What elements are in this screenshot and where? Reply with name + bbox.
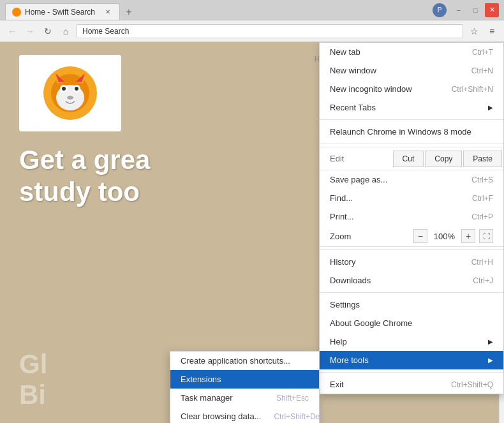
zoom-row: Zoom − 100% + ⛶	[320, 226, 503, 247]
menu-item-history[interactable]: History Ctrl+H	[320, 253, 503, 271]
page-heading: Get a grea study too	[19, 144, 313, 209]
profile-initial: P	[438, 6, 442, 13]
reload-button[interactable]: ↻	[41, 24, 55, 38]
more-tools-submenu: Create application shortcuts... Extensio…	[170, 351, 320, 423]
cut-button[interactable]: Cut	[393, 151, 424, 167]
menu-separator-1	[320, 119, 503, 120]
menu-item-find[interactable]: Find... Ctrl+F	[320, 189, 503, 207]
svg-point-11	[62, 87, 66, 91]
paste-button[interactable]: Paste	[463, 151, 502, 167]
menu-separator-2	[320, 144, 503, 144]
fullscreen-button[interactable]: ⛶	[479, 229, 493, 243]
menu-item-recent-tabs[interactable]: Recent Tabs ▶	[320, 98, 503, 117]
svg-point-13	[67, 96, 73, 100]
chrome-menu: New tab Ctrl+T New window Ctrl+N New inc…	[319, 42, 504, 394]
home-button[interactable]: ⌂	[59, 24, 73, 38]
menu-item-downloads[interactable]: Downloads Ctrl+J	[320, 271, 503, 290]
menu-item-new-window[interactable]: New window Ctrl+N	[320, 61, 503, 80]
menu-item-save-page[interactable]: Save page as... Ctrl+S	[320, 170, 503, 189]
submenu-item-extensions[interactable]: Extensions	[170, 370, 319, 389]
back-button[interactable]: ←	[5, 24, 19, 38]
forward-button[interactable]: →	[23, 24, 37, 38]
heading-line1: Get a grea	[19, 144, 313, 176]
zoom-in-button[interactable]: +	[461, 229, 475, 243]
bottom-text-line1: Gl	[19, 349, 47, 380]
submenu-item-clear-browsing[interactable]: Clear browsing data... Ctrl+Shift+Del	[170, 407, 319, 423]
profile-icon[interactable]: P	[433, 3, 447, 17]
menu-item-relaunch[interactable]: Relaunch Chrome in Windows 8 mode	[320, 122, 503, 141]
menu-item-new-incognito[interactable]: New incognito window Ctrl+Shift+N	[320, 80, 503, 98]
new-tab-button[interactable]: +	[121, 4, 137, 20]
submenu-item-create-shortcuts[interactable]: Create application shortcuts...	[170, 352, 319, 370]
url-bar[interactable]: Home Search	[77, 24, 463, 38]
bookmark-button[interactable]: ☆	[467, 24, 481, 38]
logo-box	[19, 55, 121, 131]
left-panel: Get a grea study too	[19, 55, 313, 209]
tab-title: Home - Swift Search	[25, 8, 100, 17]
close-button[interactable]: ✕	[485, 3, 499, 17]
title-bar: Home - Swift Search ✕ + P − □ ✕	[0, 0, 504, 20]
menu-item-settings[interactable]: Settings	[320, 295, 503, 314]
menu-item-new-tab[interactable]: New tab Ctrl+T	[320, 43, 503, 61]
menu-separator-3	[320, 249, 503, 250]
menu-item-help[interactable]: Help ▶	[320, 332, 503, 351]
active-tab[interactable]: Home - Swift Search ✕	[5, 3, 120, 20]
menu-item-more-tools[interactable]: More tools ▶ Create application shortcut…	[320, 351, 503, 369]
minimize-button[interactable]: −	[452, 3, 466, 17]
menu-item-print[interactable]: Print... Ctrl+P	[320, 207, 503, 226]
address-bar: ← → ↻ ⌂ Home Search ☆ ≡	[0, 20, 504, 42]
menu-separator-4	[320, 292, 503, 293]
menu-item-about[interactable]: About Google Chrome	[320, 314, 503, 332]
chrome-menu-button[interactable]: ≡	[485, 24, 499, 38]
zoom-out-button[interactable]: −	[413, 229, 427, 243]
page-content: Get a grea study too HOME/DO... Gl Bi Ne…	[0, 42, 504, 423]
window-controls: − □ ✕	[452, 3, 499, 17]
copy-button[interactable]: Copy	[425, 151, 462, 167]
edit-row: Edit Cut Copy Paste	[320, 147, 503, 170]
svg-point-12	[75, 87, 78, 91]
heading-line2: study too	[19, 176, 313, 208]
menu-separator-5	[320, 372, 503, 373]
bottom-text-line2: Bi	[19, 380, 47, 410]
bottom-text: Gl Bi	[19, 349, 47, 410]
fox-logo	[41, 64, 99, 122]
submenu-item-task-manager[interactable]: Task manager Shift+Esc	[170, 389, 319, 407]
tab-close-button[interactable]: ✕	[103, 7, 113, 17]
maximize-button[interactable]: □	[468, 3, 482, 17]
tab-favicon	[12, 8, 21, 17]
url-text: Home Search	[82, 27, 129, 36]
tab-area: Home - Swift Search ✕ +	[5, 0, 433, 20]
menu-item-exit[interactable]: Exit Ctrl+Shift+Q	[320, 375, 503, 394]
zoom-value: 100%	[427, 232, 461, 241]
